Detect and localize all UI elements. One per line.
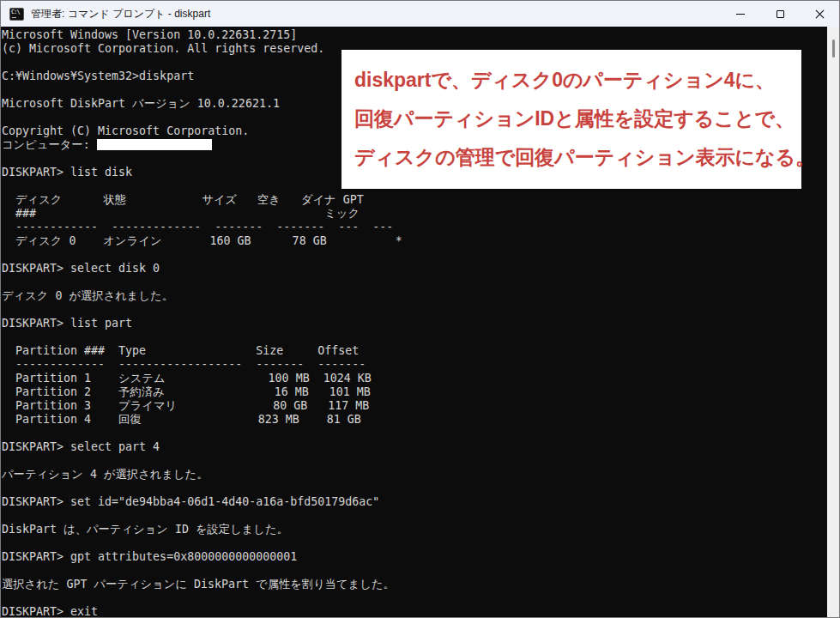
console-line (2, 482, 827, 495)
console-line (2, 303, 827, 317)
console-line (2, 509, 827, 523)
console-line: ディスク 状態 サイズ 空き ダイナ GPT (2, 193, 827, 207)
maximize-button[interactable] (760, 1, 800, 27)
annotation-text: diskpartで、ディスク0のパーティション4に、 (354, 61, 793, 100)
console-line: ディスク 0 が選択されました。 (2, 289, 827, 303)
console-line: ------------- ------------------ -------… (2, 358, 827, 372)
console-line: ### ミック (2, 207, 827, 221)
console-line: Partition ### Type Size Offset (2, 344, 827, 358)
command-prompt-window: C:\ 管理者: コマンド プロンプト - diskpart Microsoft… (0, 0, 840, 618)
console-line: DISKPART> exit (2, 605, 827, 617)
console-line (2, 276, 827, 289)
minimize-button[interactable] (721, 1, 760, 27)
console-line: Partition 4 回復 823 MB 81 GB (2, 413, 827, 427)
console-line (2, 454, 827, 468)
minimize-icon (736, 14, 745, 15)
console-line: DISKPART> select part 4 (2, 440, 827, 454)
console-line (2, 564, 827, 578)
titlebar[interactable]: C:\ 管理者: コマンド プロンプト - diskpart (1, 1, 839, 27)
window-controls (721, 1, 839, 27)
console-line: Microsoft Windows [Version 10.0.22631.27… (2, 28, 827, 42)
console-line: DiskPart は、パーティション ID を設定しました。 (2, 523, 827, 536)
console-line (2, 330, 827, 344)
console-line: ディスク 0 オンライン 160 GB 78 GB * (2, 234, 827, 248)
annotation-text: ディスクの管理で回復パーティション表示になる。 (354, 138, 793, 177)
console-line (2, 427, 827, 440)
scrollbar-thumb[interactable] (832, 39, 835, 58)
console-line: DISKPART> select disk 0 (2, 262, 827, 276)
console-line (2, 536, 827, 550)
window-title: 管理者: コマンド プロンプト - diskpart (31, 7, 210, 21)
console-line: DISKPART> list part (2, 317, 827, 330)
console-line: DISKPART> gpt attributes=0x8000000000000… (2, 550, 827, 564)
maximize-icon (777, 10, 784, 18)
console-line (2, 591, 827, 605)
close-button[interactable] (800, 1, 839, 27)
annotation-text: 回復パーティションIDと属性を設定することで、 (354, 100, 793, 138)
vertical-scrollbar[interactable] (827, 27, 839, 617)
console-line: DISKPART> set id="de94bba4-06d1-4d40-a16… (2, 495, 827, 509)
annotation-overlay: diskpartで、ディスク0のパーティション4に、 回復パーティションIDと属… (341, 50, 801, 189)
close-icon (815, 9, 824, 18)
console-line: Partition 3 プライマリ 80 GB 117 MB (2, 399, 827, 413)
console-line (2, 248, 827, 262)
console-line: パーティション 4 が選択されました。 (2, 468, 827, 482)
console-line: Partition 1 システム 100 MB 1024 KB (2, 372, 827, 385)
command-prompt-icon: C:\ (9, 8, 24, 21)
console-line: Partition 2 予約済み 16 MB 101 MB (2, 385, 827, 399)
redacted-computer-name (97, 139, 212, 150)
console-line: ------------ ------------- ------- -----… (2, 221, 827, 234)
console-line: 選択された GPT パーティションに DiskPart で属性を割り当てました。 (2, 578, 827, 591)
